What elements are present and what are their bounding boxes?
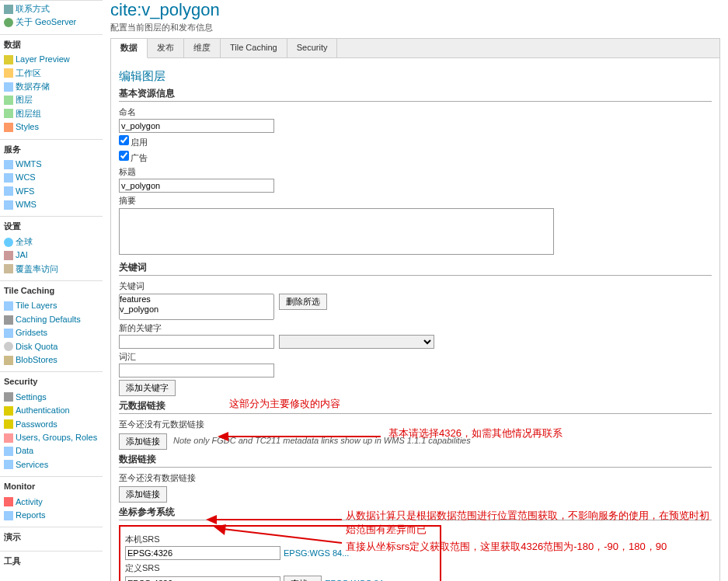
sidebar-item-contact[interactable]: 联系方式 (4, 2, 99, 16)
annotation-2: 基本请选择4326，如需其他情况再联系 (388, 426, 563, 440)
activity-icon (4, 497, 13, 506)
layer-preview-icon (4, 55, 13, 64)
report-icon (4, 511, 13, 520)
sidebar-item-activity[interactable]: Activity (4, 496, 99, 509)
declared-srs-input[interactable] (125, 576, 280, 581)
declared-srs-link[interactable]: EPSG:WGS 84... (325, 578, 390, 581)
advertised-checkbox[interactable] (119, 151, 129, 161)
wfs-icon (4, 186, 13, 196)
sidebar-item-ugr[interactable]: Users, Groups, Roles (4, 431, 99, 444)
sidebar-item-wms[interactable]: WMS (4, 198, 99, 211)
wmts-icon (4, 160, 13, 169)
layergroup-icon (4, 109, 13, 118)
sidebar-group-security: Security (4, 374, 99, 390)
sidebar-item-global[interactable]: 全球 (4, 235, 99, 249)
wcs-icon (4, 173, 13, 183)
sidebar-item-gridsets[interactable]: Gridsets (4, 326, 99, 339)
tab-dimensions[interactable]: 维度 (184, 39, 221, 57)
blob-icon (4, 356, 13, 365)
tab-security[interactable]: Security (287, 39, 338, 57)
abstract-textarea[interactable] (119, 208, 554, 255)
sidebar-item-styles[interactable]: Styles (4, 120, 99, 134)
vocab-select[interactable] (279, 335, 434, 349)
annotation-4: 直接从坐标srs定义获取范围，这里获取4326范围为-180，-90，180，9… (346, 540, 726, 554)
tabs: 数据 发布 维度 Tile Caching Security (110, 38, 720, 57)
sidebar-item-passwords[interactable]: Passwords (4, 418, 99, 431)
metalinks-heading: 元数据链接 (119, 399, 712, 414)
sidebar-item-layergroups[interactable]: 图层组 (4, 107, 99, 120)
enabled-checkbox[interactable] (119, 135, 129, 145)
globe-icon (4, 238, 13, 247)
keyword-list-label: 关键词 (119, 280, 712, 292)
coverage-icon (4, 264, 13, 273)
sidebar-item-sec-services[interactable]: Services (4, 458, 99, 471)
add-keyword-button[interactable]: 添加关键字 (119, 380, 176, 396)
sidebar-item-caching-defaults[interactable]: Caching Defaults (4, 313, 99, 326)
sidebar-item-blobstores[interactable]: BlobStores (4, 353, 99, 367)
basic-info-heading: 基本资源信息 (119, 87, 712, 102)
sidebar-group-data: 数据 (4, 37, 99, 53)
sidebar-item-sec-settings[interactable]: Settings (4, 391, 99, 404)
vocab-label: 词汇 (119, 351, 712, 363)
keywords-heading: 关键词 (119, 261, 712, 276)
sidebar-item-workspaces[interactable]: 工作区 (4, 67, 99, 80)
sidebar: 联系方式 关于 GeoServer 数据 Layer Preview 工作区 数… (0, 0, 103, 581)
sidebar-item-wmts[interactable]: WMTS (4, 158, 99, 171)
native-srs-input[interactable] (125, 546, 280, 560)
info-icon (4, 18, 13, 27)
name-label: 命名 (119, 106, 712, 118)
tile-icon (4, 301, 13, 311)
jai-icon (4, 251, 13, 260)
layers-icon (4, 96, 13, 105)
sidebar-group-services: 服务 (4, 141, 99, 158)
sidebar-group-tools[interactable]: 工具 (4, 553, 99, 569)
title-input[interactable] (119, 179, 274, 193)
add-metalink-button[interactable]: 添加链接 (119, 433, 167, 450)
new-keyword-input[interactable] (119, 335, 274, 349)
grid-icon (4, 329, 13, 338)
sidebar-item-reports[interactable]: Reports (4, 509, 99, 522)
find-srs-button[interactable]: 查找... (284, 576, 322, 581)
sidebar-item-layers[interactable]: 图层 (4, 93, 99, 106)
vocab-input[interactable] (119, 364, 274, 377)
sidebar-item-wcs[interactable]: WCS (4, 171, 99, 184)
remove-keyword-button[interactable]: 删除所选 (279, 294, 327, 310)
contact-icon (4, 5, 13, 14)
sidebar-item-stores[interactable]: 数据存储 (4, 80, 99, 93)
sidebar-item-jai[interactable]: JAI (4, 249, 99, 262)
sidebar-item-auth[interactable]: Authentication (4, 404, 99, 417)
tab-data[interactable]: 数据 (111, 39, 148, 57)
sidebar-item-coverage[interactable]: 覆盖率访问 (4, 263, 99, 276)
sidebar-item-tilelayers[interactable]: Tile Layers (4, 299, 99, 312)
sidebar-item-about[interactable]: 关于 GeoServer (4, 16, 99, 29)
annotation-1: 这部分为主要修改的内容 (229, 397, 340, 411)
page-subtitle: 配置当前图层的和发布信息 (110, 22, 720, 33)
sidebar-group-monitor: Monitor (4, 478, 99, 495)
sidebar-group-settings: 设置 (4, 218, 99, 235)
tab-publish[interactable]: 发布 (148, 39, 184, 57)
data-icon (4, 447, 13, 456)
palette-icon (4, 123, 13, 132)
advertised-label: 广告 (131, 153, 148, 162)
sidebar-group-demos[interactable]: 演示 (4, 529, 99, 545)
add-datalink-button[interactable]: 添加链接 (119, 486, 167, 503)
native-srs-link[interactable]: EPSG:WGS 84... (284, 548, 349, 559)
datalinks-none: 至今还没有数据链接 (119, 472, 712, 484)
abstract-label: 摘要 (119, 195, 712, 207)
database-icon (4, 82, 13, 92)
sidebar-item-sec-data[interactable]: Data (4, 444, 99, 457)
sidebar-item-diskquota[interactable]: Disk Quota (4, 340, 99, 353)
sidebar-item-wfs[interactable]: WFS (4, 185, 99, 198)
keyword-select[interactable]: features v_polygon (119, 294, 274, 320)
datalinks-heading: 数据链接 (119, 453, 712, 468)
title-label: 标题 (119, 166, 712, 178)
sidebar-item-layer-preview[interactable]: Layer Preview (4, 53, 99, 66)
page-title: cite:v_polygon (110, 0, 720, 20)
name-input[interactable] (119, 119, 274, 133)
annotation-3: 从数据计算只是根据数据范围进行位置范围获取，不影响服务的使用，在预览时初始范围有… (346, 509, 719, 537)
users-icon (4, 433, 13, 443)
disk-icon (4, 342, 13, 351)
lock-icon (4, 406, 13, 416)
edit-layer-heading: 编辑图层 (119, 69, 712, 84)
tab-tilecaching[interactable]: Tile Caching (221, 39, 287, 57)
